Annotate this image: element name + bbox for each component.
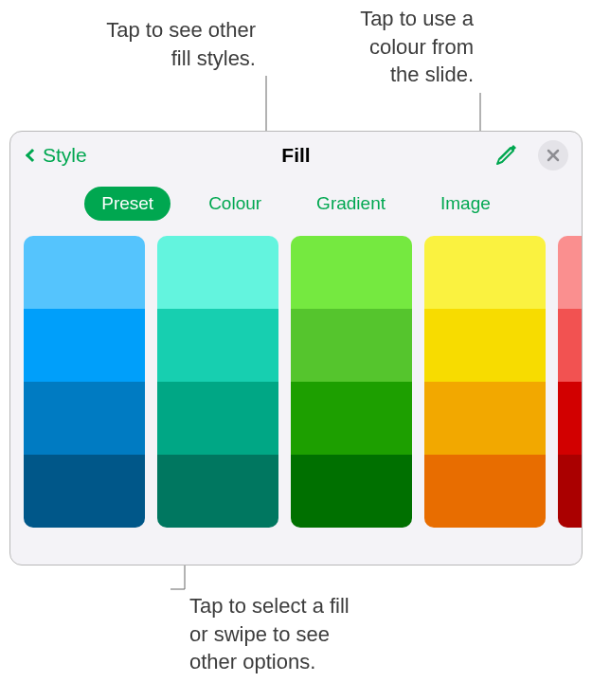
swatch-column: [291, 236, 412, 528]
color-swatch[interactable]: [291, 382, 412, 455]
swatch-column: [24, 236, 145, 528]
swatch-column: [157, 236, 278, 528]
color-swatch[interactable]: [291, 455, 412, 528]
fill-style-tabs: Preset Colour Gradient Image: [10, 179, 582, 236]
callout-eyedropper: Tap to use a colour from the slide.: [313, 5, 474, 89]
color-swatch[interactable]: [157, 382, 278, 455]
color-swatch[interactable]: [424, 309, 546, 382]
color-swatch[interactable]: [24, 236, 145, 309]
chevron-left-icon: [26, 149, 39, 162]
swatch-scroll-area[interactable]: [10, 236, 582, 528]
color-swatch[interactable]: [558, 236, 582, 309]
swatch-column: [558, 236, 582, 528]
color-swatch[interactable]: [424, 455, 546, 528]
color-swatch[interactable]: [24, 309, 145, 382]
close-button[interactable]: [538, 140, 568, 171]
color-swatch[interactable]: [558, 309, 582, 382]
close-icon: [547, 149, 560, 162]
back-label: Style: [43, 144, 87, 167]
swatch-column: [424, 236, 546, 528]
callout-swatches: Tap to select a fill or swipe to see oth…: [189, 592, 455, 676]
back-button[interactable]: Style: [27, 144, 87, 167]
color-swatch[interactable]: [424, 382, 546, 455]
color-swatch[interactable]: [157, 309, 278, 382]
color-swatch[interactable]: [291, 236, 412, 309]
tab-preset[interactable]: Preset: [84, 187, 170, 221]
color-swatch[interactable]: [291, 309, 412, 382]
color-swatch[interactable]: [24, 455, 145, 528]
fill-panel: Style Fill Preset Colour Gradient Image: [9, 131, 583, 565]
tab-colour[interactable]: Colour: [191, 187, 278, 221]
panel-header: Style Fill: [10, 132, 582, 179]
color-swatch[interactable]: [24, 382, 145, 455]
tab-gradient[interactable]: Gradient: [299, 187, 403, 221]
eyedropper-button[interactable]: [493, 141, 521, 170]
panel-title: Fill: [281, 144, 310, 167]
color-swatch[interactable]: [157, 455, 278, 528]
color-swatch[interactable]: [157, 236, 278, 309]
color-swatch[interactable]: [424, 236, 546, 309]
callout-fill-styles: Tap to see other fill styles.: [57, 16, 256, 72]
color-swatch[interactable]: [558, 382, 582, 455]
eyedropper-icon: [494, 143, 519, 168]
tab-image[interactable]: Image: [423, 187, 508, 221]
color-swatch[interactable]: [558, 455, 582, 528]
